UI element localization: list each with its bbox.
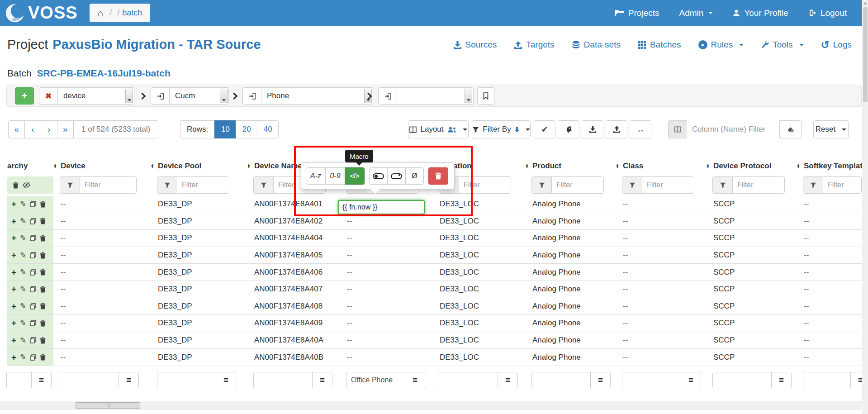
delete-row-icon[interactable] xyxy=(40,235,46,242)
nav-logout[interactable]: Logout xyxy=(808,8,847,18)
vertical-scrollbar[interactable] xyxy=(862,0,868,414)
filter-input-class[interactable] xyxy=(642,177,694,193)
column-header-device[interactable]: ▲▼Device xyxy=(53,157,151,175)
footer-input-device_protocol[interactable] xyxy=(713,372,771,388)
next-page-button[interactable]: › xyxy=(41,120,57,138)
footer-input-device_name[interactable] xyxy=(254,372,312,388)
select-scroll-strip[interactable] xyxy=(220,89,228,103)
nav-admin[interactable]: Admin xyxy=(679,8,713,18)
horizontal-scrollbar-thumb[interactable] xyxy=(76,402,140,409)
add-step-button[interactable]: + xyxy=(15,87,34,105)
batch-name-link[interactable]: SRC-PB-EMEA-16Jul19-batch xyxy=(37,68,171,78)
edit-row-icon[interactable]: ✎ xyxy=(20,319,26,328)
delete-value-button[interactable] xyxy=(428,167,448,185)
copy-row-icon[interactable] xyxy=(30,201,36,207)
filter-input-device_protocol[interactable] xyxy=(733,177,784,193)
footer-menu-button[interactable]: ≡ xyxy=(216,372,236,388)
nav-projects[interactable]: Projects xyxy=(615,8,659,18)
delete-row-icon[interactable] xyxy=(40,320,46,327)
filter-input-device_pool[interactable] xyxy=(177,177,229,193)
clear-filter-button[interactable] xyxy=(779,120,802,138)
add-row-icon[interactable]: + xyxy=(11,320,16,326)
sign-in-icon-button[interactable] xyxy=(242,87,261,105)
footer-menu-button[interactable]: ≡ xyxy=(312,372,332,388)
rows-option-40[interactable]: 40 xyxy=(257,120,279,138)
phone-select[interactable]: Phone xyxy=(261,87,373,105)
footer-menu-button[interactable]: ≡ xyxy=(681,372,701,388)
toggle-on-button[interactable] xyxy=(369,167,388,185)
bulk-delete-icon[interactable] xyxy=(13,182,19,189)
remove-step-button[interactable]: ✖ xyxy=(39,87,58,105)
funnel-button[interactable] xyxy=(803,177,823,193)
nav-your-profile[interactable]: Your Profile xyxy=(733,8,788,18)
export-button[interactable] xyxy=(582,120,603,138)
delete-row-icon[interactable] xyxy=(40,218,46,224)
nav-batches[interactable]: Batches xyxy=(638,40,681,50)
footer-menu-button[interactable]: ≡ xyxy=(771,372,791,388)
add-row-icon[interactable]: + xyxy=(11,286,16,292)
rows-option-10[interactable]: 10 xyxy=(214,120,236,138)
funnel-button[interactable] xyxy=(713,177,733,193)
footer-input-class[interactable] xyxy=(622,372,681,388)
add-row-icon[interactable]: + xyxy=(11,201,16,207)
macro-input[interactable] xyxy=(338,200,425,214)
footer-input-description[interactable] xyxy=(346,372,405,388)
nav-sources[interactable]: Sources xyxy=(453,40,497,50)
footer-menu-button[interactable]: ≡ xyxy=(405,372,425,388)
delete-row-icon[interactable] xyxy=(40,286,46,293)
delete-row-icon[interactable] xyxy=(40,303,46,309)
breadcrumb-current[interactable]: batch xyxy=(122,8,142,18)
expand-columns-button[interactable]: ↔ xyxy=(630,120,651,138)
home-icon[interactable]: ⌂ xyxy=(98,8,104,19)
select-scroll-strip[interactable] xyxy=(125,89,133,103)
delete-row-icon[interactable] xyxy=(40,252,46,259)
copy-row-icon[interactable] xyxy=(30,235,36,241)
filter-input-location[interactable] xyxy=(459,177,511,193)
nav-rules[interactable]: ▶ Rules xyxy=(698,40,744,50)
add-row-icon[interactable]: + xyxy=(11,269,16,276)
edit-row-icon[interactable]: ✎ xyxy=(20,251,26,260)
column-name-filter-input[interactable] xyxy=(687,120,780,138)
nav-logs[interactable]: ↺ Logs xyxy=(821,40,852,50)
nav-targets[interactable]: Targets xyxy=(514,40,554,50)
scroll-up-arrow[interactable] xyxy=(863,2,867,5)
copy-row-icon[interactable] xyxy=(30,354,36,361)
footer-input-product[interactable] xyxy=(532,372,590,388)
copy-row-icon[interactable] xyxy=(30,286,36,292)
edit-row-icon[interactable]: ✎ xyxy=(20,285,26,294)
reset-button[interactable]: Reset xyxy=(813,120,849,138)
prev-page-button[interactable]: ‹ xyxy=(24,120,41,138)
copy-row-icon[interactable] xyxy=(30,320,36,326)
edit-row-icon[interactable]: ✎ xyxy=(20,200,26,209)
null-button[interactable]: Ø xyxy=(405,167,424,185)
import-button[interactable] xyxy=(606,120,627,138)
copy-row-icon[interactable] xyxy=(30,218,36,224)
sort-icon[interactable]: ▲▼ xyxy=(53,164,57,169)
sign-in-icon-button[interactable] xyxy=(151,87,170,105)
funnel-button[interactable] xyxy=(254,177,274,193)
add-row-icon[interactable]: + xyxy=(11,218,16,224)
funnel-button[interactable] xyxy=(157,177,177,193)
delete-row-icon[interactable] xyxy=(40,269,46,276)
column-header-device_protocol[interactable]: ▲▼Device Protocol xyxy=(706,157,797,175)
hide-column-icon[interactable] xyxy=(23,182,30,188)
toggle-off-button[interactable] xyxy=(387,167,406,185)
alpha-button[interactable]: A-z xyxy=(306,167,326,185)
footer-input-location[interactable] xyxy=(439,372,498,388)
column-header-product[interactable]: ▲▼Product xyxy=(525,157,616,175)
copy-row-icon[interactable] xyxy=(30,252,36,258)
macro-code-button[interactable]: </> xyxy=(345,167,365,185)
last-page-button[interactable]: » xyxy=(57,120,74,138)
nav-tools[interactable]: Tools xyxy=(761,40,803,50)
edit-row-icon[interactable]: ✎ xyxy=(20,216,26,226)
footer-input-softkey_template[interactable] xyxy=(803,372,850,388)
filter-input-product[interactable] xyxy=(552,177,603,193)
empty-select[interactable] xyxy=(397,87,474,105)
edit-row-icon[interactable]: ✎ xyxy=(20,267,26,277)
funnel-button[interactable] xyxy=(532,177,552,193)
copy-row-icon[interactable] xyxy=(30,337,36,343)
delete-row-icon[interactable] xyxy=(40,337,46,344)
cucm-select[interactable]: Cucm xyxy=(169,87,229,105)
sort-icon[interactable]: ▲▼ xyxy=(151,164,154,169)
column-header-class[interactable]: ▲▼Class xyxy=(616,157,706,175)
